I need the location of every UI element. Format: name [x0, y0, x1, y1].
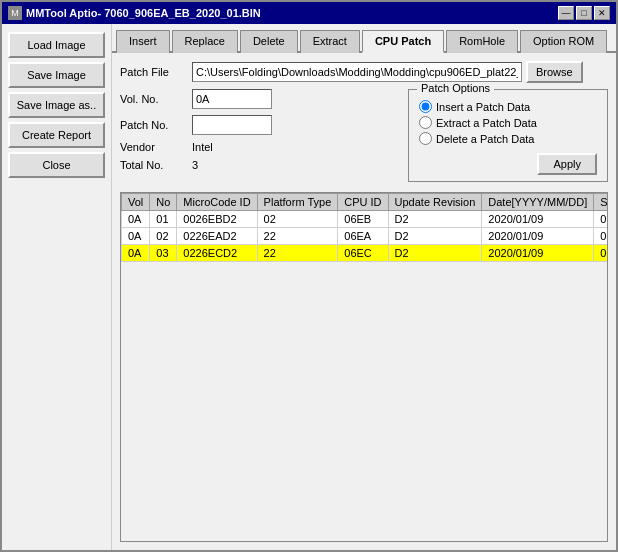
- total-no-row: Total No. 3: [120, 159, 400, 171]
- patch-no-label: Patch No.: [120, 119, 192, 131]
- col-platform-type: Platform Type: [257, 194, 338, 211]
- romhole-tab[interactable]: RomHole: [446, 30, 518, 53]
- maximize-button[interactable]: □: [576, 6, 592, 20]
- cpu-patch-tab[interactable]: CPU Patch: [362, 30, 444, 53]
- data-table: Vol No MicroCode ID Platform Type CPU ID…: [121, 193, 608, 262]
- cell-2-4: 06EC: [338, 245, 388, 262]
- extract-patch-label: Extract a Patch Data: [436, 117, 537, 129]
- browse-button[interactable]: Browse: [526, 61, 583, 83]
- title-bar-left: M MMTool Aptio- 7060_906EA_EB_2020_01.BI…: [8, 6, 261, 20]
- cell-0-0: 0A: [122, 211, 150, 228]
- patch-no-input[interactable]: [192, 115, 272, 135]
- insert-patch-label: Insert a Patch Data: [436, 101, 530, 113]
- header-row: Vol No MicroCode ID Platform Type CPU ID…: [122, 194, 609, 211]
- extract-patch-row: Extract a Patch Data: [419, 116, 597, 129]
- minimize-button[interactable]: —: [558, 6, 574, 20]
- col-cpu-id: CPU ID: [338, 194, 388, 211]
- cell-0-3: 02: [257, 211, 338, 228]
- table-section: Vol No MicroCode ID Platform Type CPU ID…: [120, 192, 608, 542]
- cell-2-2: 0226ECD2: [177, 245, 257, 262]
- patch-options-container: Patch Options Insert a Patch Data Extrac…: [408, 89, 608, 182]
- cell-1-5: D2: [388, 228, 482, 245]
- cell-1-7: 00018C00: [594, 228, 608, 245]
- main-window: M MMTool Aptio- 7060_906EA_EB_2020_01.BI…: [0, 0, 618, 552]
- create-report-button[interactable]: Create Report: [8, 122, 105, 148]
- cell-1-0: 0A: [122, 228, 150, 245]
- cell-0-4: 06EB: [338, 211, 388, 228]
- cell-2-3: 22: [257, 245, 338, 262]
- cell-1-4: 06EA: [338, 228, 388, 245]
- patch-options-box: Patch Options Insert a Patch Data Extrac…: [408, 89, 608, 182]
- form-section: Patch File Browse Vol. No.: [120, 61, 608, 188]
- delete-patch-label: Delete a Patch Data: [436, 133, 534, 145]
- vendor-label: Vendor: [120, 141, 192, 153]
- window-icon: M: [8, 6, 22, 20]
- middle-section: Vol. No. Patch No. Vendor In: [120, 89, 608, 182]
- cell-2-6: 2020/01/09: [482, 245, 594, 262]
- delete-tab[interactable]: Delete: [240, 30, 298, 53]
- extract-tab[interactable]: Extract: [300, 30, 360, 53]
- table-row[interactable]: 0A020226EAD22206EAD22020/01/0900018C00: [122, 228, 609, 245]
- replace-tab[interactable]: Replace: [172, 30, 238, 53]
- cell-1-6: 2020/01/09: [482, 228, 594, 245]
- insert-patch-row: Insert a Patch Data: [419, 100, 597, 113]
- cell-0-5: D2: [388, 211, 482, 228]
- table-row[interactable]: 0A010026EBD20206EBD22020/01/0900019400: [122, 211, 609, 228]
- insert-patch-radio[interactable]: [419, 100, 432, 113]
- vol-no-row: Vol. No.: [120, 89, 400, 109]
- tab-bar: Insert Replace Delete Extract CPU Patch …: [112, 24, 616, 53]
- cell-2-0: 0A: [122, 245, 150, 262]
- cell-0-1: 01: [150, 211, 177, 228]
- col-size: Size: [594, 194, 608, 211]
- col-no: No: [150, 194, 177, 211]
- patch-options-legend: Patch Options: [417, 82, 494, 94]
- cell-1-1: 02: [150, 228, 177, 245]
- col-microcode-id: MicroCode ID: [177, 194, 257, 211]
- left-panel: Load Image Save Image Save Image as.. Cr…: [2, 24, 112, 550]
- table-body: 0A010026EBD20206EBD22020/01/09000194000A…: [122, 211, 609, 262]
- total-no-value: 3: [192, 159, 198, 171]
- save-image-as-button[interactable]: Save Image as..: [8, 92, 105, 118]
- title-bar: M MMTool Aptio- 7060_906EA_EB_2020_01.BI…: [2, 2, 616, 24]
- col-date: Date[YYYY/MM/DD]: [482, 194, 594, 211]
- patch-options-content: Insert a Patch Data Extract a Patch Data…: [419, 96, 597, 175]
- cell-2-7: 00019000: [594, 245, 608, 262]
- title-bar-controls: — □ ✕: [558, 6, 610, 20]
- window-title: MMTool Aptio- 7060_906EA_EB_2020_01.BIN: [26, 7, 261, 19]
- cell-1-3: 22: [257, 228, 338, 245]
- patch-file-row: Patch File Browse: [120, 61, 608, 83]
- vendor-row: Vendor Intel: [120, 141, 400, 153]
- right-panel: Insert Replace Delete Extract CPU Patch …: [112, 24, 616, 550]
- vol-no-input[interactable]: [192, 89, 272, 109]
- cell-0-7: 00019400: [594, 211, 608, 228]
- cell-2-1: 03: [150, 245, 177, 262]
- delete-patch-row: Delete a Patch Data: [419, 132, 597, 145]
- close-button[interactable]: Close: [8, 152, 105, 178]
- insert-tab[interactable]: Insert: [116, 30, 170, 53]
- main-content: Load Image Save Image Save Image as.. Cr…: [2, 24, 616, 550]
- cell-0-2: 0026EBD2: [177, 211, 257, 228]
- cpu-patch-content: Patch File Browse Vol. No.: [112, 53, 616, 550]
- load-image-button[interactable]: Load Image: [8, 32, 105, 58]
- left-form: Vol. No. Patch No. Vendor In: [120, 89, 400, 177]
- col-update-revision: Update Revision: [388, 194, 482, 211]
- table-row[interactable]: 0A030226ECD22206ECD22020/01/0900019000: [122, 245, 609, 262]
- delete-patch-radio[interactable]: [419, 132, 432, 145]
- cell-1-2: 0226EAD2: [177, 228, 257, 245]
- vendor-value: Intel: [192, 141, 213, 153]
- patch-options-footer: Apply: [419, 149, 597, 175]
- col-vol: Vol: [122, 194, 150, 211]
- option-rom-tab[interactable]: Option ROM: [520, 30, 607, 53]
- patch-file-input[interactable]: [192, 62, 522, 82]
- extract-patch-radio[interactable]: [419, 116, 432, 129]
- cell-2-5: D2: [388, 245, 482, 262]
- save-image-button[interactable]: Save Image: [8, 62, 105, 88]
- cell-0-6: 2020/01/09: [482, 211, 594, 228]
- close-window-button[interactable]: ✕: [594, 6, 610, 20]
- apply-button[interactable]: Apply: [537, 153, 597, 175]
- patch-file-label: Patch File: [120, 66, 192, 78]
- patch-no-row: Patch No.: [120, 115, 400, 135]
- total-no-label: Total No.: [120, 159, 192, 171]
- vol-no-label: Vol. No.: [120, 93, 192, 105]
- table-header: Vol No MicroCode ID Platform Type CPU ID…: [122, 194, 609, 211]
